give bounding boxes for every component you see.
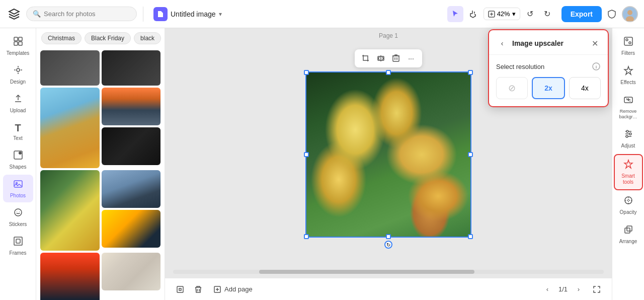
remove-bg-label: Remove backgr…	[616, 109, 641, 120]
photos-tags: Christmas Black Friday black	[36, 28, 165, 48]
sidebar-item-templates[interactable]: Templates	[3, 32, 33, 60]
rotate-handle[interactable]: ↻	[384, 241, 392, 249]
right-item-remove-bg[interactable]: Remove backgr…	[614, 91, 643, 124]
trash-button[interactable]	[191, 282, 205, 296]
arrange-icon	[623, 224, 633, 237]
next-page-button[interactable]: ›	[572, 282, 586, 296]
resolution-2x-button[interactable]: 2x	[532, 77, 565, 99]
zoom-level: 42%	[497, 10, 510, 18]
svg-point-26	[629, 133, 631, 135]
smart-tools-icon	[623, 159, 633, 172]
bottom-bar: Add page ‹ 1/1 ›	[165, 278, 612, 300]
svg-rect-15	[16, 239, 20, 243]
list-item[interactable]	[40, 170, 100, 251]
zoom-chevron-icon: ▾	[512, 10, 516, 18]
more-options-button[interactable]: ···	[404, 51, 418, 65]
upscaler-back-button[interactable]: ‹	[496, 37, 508, 49]
delete-canvas-button[interactable]	[389, 51, 403, 65]
list-item[interactable]	[102, 210, 161, 248]
list-item[interactable]	[102, 253, 161, 290]
svg-rect-4	[14, 37, 18, 41]
design-icon	[13, 65, 23, 78]
right-item-arrange[interactable]: Arrange	[614, 220, 643, 249]
search-input[interactable]	[44, 10, 124, 18]
photos-grid	[36, 48, 165, 300]
smart-tools-label: Smart tools	[617, 173, 640, 185]
shapes-icon	[13, 150, 23, 163]
upscaler-header: ‹ Image upscaler ✕	[489, 30, 608, 55]
sidebar-item-photos[interactable]: Photos	[3, 175, 33, 202]
list-item[interactable]	[102, 88, 161, 125]
select-tool-button[interactable]	[447, 6, 463, 22]
svg-rect-6	[14, 42, 18, 45]
svg-rect-5	[19, 37, 22, 41]
upscaler-close-button[interactable]: ✕	[589, 37, 601, 49]
effects-icon	[623, 65, 633, 78]
right-item-effects[interactable]: Effects	[614, 61, 643, 90]
sidebar-item-stickers[interactable]: Stickers	[3, 203, 33, 231]
doc-title: Untitled image	[171, 10, 216, 18]
resolution-4x-button[interactable]: 4x	[569, 77, 601, 99]
chevron-down-icon[interactable]: ▾	[219, 11, 222, 18]
tag-black-friday[interactable]: Black Friday	[85, 32, 131, 44]
right-item-filters[interactable]: Filters	[614, 32, 643, 60]
page-thumbnail-button[interactable]	[173, 282, 187, 296]
export-button[interactable]: Export	[561, 6, 602, 22]
crop-button[interactable]	[359, 51, 373, 65]
svg-rect-31	[627, 226, 632, 231]
info-icon	[592, 62, 601, 71]
selected-image[interactable]: ↻	[305, 71, 471, 238]
list-item[interactable]	[102, 170, 161, 208]
right-item-smart-tools[interactable]: Smart tools	[614, 154, 643, 190]
templates-icon	[13, 36, 23, 49]
add-page-button[interactable]: Add page	[209, 283, 257, 295]
logo[interactable]	[6, 6, 22, 22]
tag-christmas[interactable]: Christmas	[41, 32, 82, 44]
prev-page-button[interactable]: ‹	[540, 282, 554, 296]
avatar[interactable]	[622, 6, 638, 22]
topbar-tools: 42% ▾ ↺ ↻ Export	[447, 6, 638, 22]
pan-tool-button[interactable]	[465, 6, 481, 22]
flip-button[interactable]	[374, 51, 388, 65]
search-box[interactable]: 🔍	[26, 7, 137, 21]
fit-button[interactable]	[590, 282, 604, 296]
svg-point-27	[626, 135, 628, 137]
main-content: Templates Design Upload T Text	[0, 28, 644, 300]
redo-button[interactable]: ↻	[539, 6, 555, 22]
sidebar-item-design[interactable]: Design	[3, 61, 33, 89]
list-item[interactable]	[102, 127, 161, 165]
svg-point-10	[19, 152, 22, 155]
zoom-button[interactable]: 42% ▾	[484, 8, 520, 20]
sidebar-item-frames[interactable]: Frames	[3, 232, 33, 260]
effects-label: Effects	[620, 80, 635, 86]
list-item[interactable]	[40, 88, 100, 168]
upscaler-body: Select resolution ⊘ 2x 4x	[489, 55, 608, 106]
resolution-options: ⊘ 2x 4x	[496, 77, 601, 99]
sidebar-item-text[interactable]: T Text	[3, 118, 33, 145]
doc-icon	[153, 7, 168, 21]
svg-rect-7	[19, 42, 22, 45]
list-item[interactable]	[40, 50, 100, 86]
undo-button[interactable]: ↺	[522, 6, 538, 22]
resolution-text: Select resolution	[496, 63, 544, 70]
sidebar-item-upload[interactable]: Upload	[3, 90, 33, 117]
opacity-label: Opacity	[620, 209, 637, 215]
list-item[interactable]	[40, 253, 100, 300]
resolution-label: Select resolution	[496, 62, 601, 71]
text-label: Text	[13, 135, 22, 141]
tag-black[interactable]: black	[134, 32, 161, 44]
list-item[interactable]	[102, 50, 161, 86]
upload-label: Upload	[10, 108, 26, 113]
resolution-none-button[interactable]: ⊘	[496, 77, 528, 99]
stickers-icon	[13, 207, 23, 220]
text-icon: T	[15, 122, 21, 134]
right-item-adjust[interactable]: Adjust	[614, 125, 643, 153]
svg-rect-17	[393, 56, 399, 61]
svg-rect-14	[14, 237, 22, 245]
sidebar-item-shapes[interactable]: Shapes	[3, 146, 33, 174]
svg-rect-30	[625, 228, 630, 233]
adjust-icon	[623, 129, 633, 141]
search-icon: 🔍	[33, 10, 41, 18]
canvas-scrollbar[interactable]	[165, 266, 612, 278]
right-item-opacity[interactable]: Opacity	[614, 191, 643, 219]
